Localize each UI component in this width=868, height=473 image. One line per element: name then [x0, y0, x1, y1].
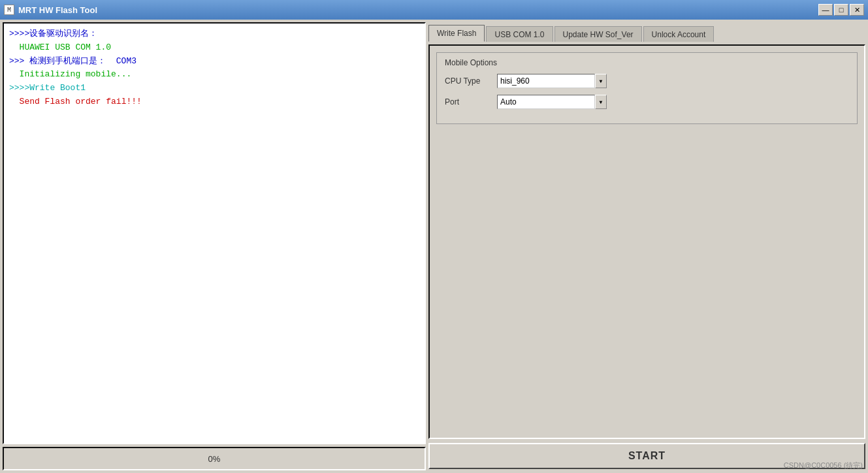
- tab-usb-com[interactable]: USB COM 1.0: [486, 26, 553, 42]
- title-bar: M MRT HW Flash Tool — □ ✕: [0, 0, 868, 20]
- tab-unlock-account[interactable]: Unlock Account: [643, 26, 715, 42]
- console-output: >>>>设备驱动识别名： HUAWEI USB COM 1.0 >>> 检测到手…: [3, 22, 426, 444]
- console-line-2: HUAWEI USB COM 1.0: [9, 41, 419, 55]
- window-title: MRT HW Flash Tool: [18, 5, 97, 15]
- port-select-wrapper: Auto ▼: [497, 95, 607, 109]
- app-icon: M: [4, 5, 14, 15]
- tab-update-hw[interactable]: Update HW Sof_Ver: [555, 26, 642, 42]
- port-dropdown-arrow[interactable]: ▼: [595, 95, 607, 109]
- cpu-type-select[interactable]: hisi_960: [497, 74, 595, 88]
- cpu-type-dropdown-arrow[interactable]: ▼: [595, 74, 607, 88]
- minimize-button[interactable]: —: [818, 4, 833, 16]
- main-container: >>>>设备驱动识别名： HUAWEI USB COM 1.0 >>> 检测到手…: [0, 20, 868, 473]
- title-bar-left: M MRT HW Flash Tool: [4, 5, 97, 15]
- close-button[interactable]: ✕: [850, 4, 864, 16]
- port-select[interactable]: Auto: [497, 95, 595, 109]
- options-panel: Mobile Options CPU Type hisi_960 ▼ Port: [428, 44, 865, 439]
- cpu-type-row: CPU Type hisi_960 ▼: [445, 74, 849, 88]
- console-line-3: >>> 检测到手机端口是： COM3: [9, 55, 419, 69]
- console-panel: >>>>设备驱动识别名： HUAWEI USB COM 1.0 >>> 检测到手…: [3, 22, 426, 470]
- mobile-options-group: Mobile Options CPU Type hisi_960 ▼ Port: [436, 52, 858, 124]
- watermark: CSDN@C0C0056 (待完): [784, 461, 863, 470]
- cpu-type-label: CPU Type: [445, 76, 490, 86]
- window-controls: — □ ✕: [818, 4, 864, 16]
- progress-label: 0%: [208, 454, 221, 464]
- cpu-type-select-wrapper: hisi_960 ▼: [497, 74, 607, 88]
- port-label: Port: [445, 97, 490, 106]
- tab-write-flash[interactable]: Write Flash: [428, 25, 485, 42]
- right-panel: Write Flash USB COM 1.0 Update HW Sof_Ve…: [428, 22, 865, 470]
- progress-bar-container: 0%: [3, 447, 426, 470]
- options-group-title: Mobile Options: [445, 58, 849, 67]
- console-line-1: >>>>设备驱动识别名：: [9, 27, 419, 41]
- tab-bar: Write Flash USB COM 1.0 Update HW Sof_Ve…: [428, 22, 865, 42]
- maximize-button[interactable]: □: [834, 4, 848, 16]
- console-line-5: >>>>Write Boot1: [9, 82, 419, 95]
- port-row: Port Auto ▼: [445, 95, 849, 109]
- console-line-4: Initializing mobile...: [9, 68, 419, 82]
- console-line-6: Send Flash order fail!!!: [9, 95, 419, 109]
